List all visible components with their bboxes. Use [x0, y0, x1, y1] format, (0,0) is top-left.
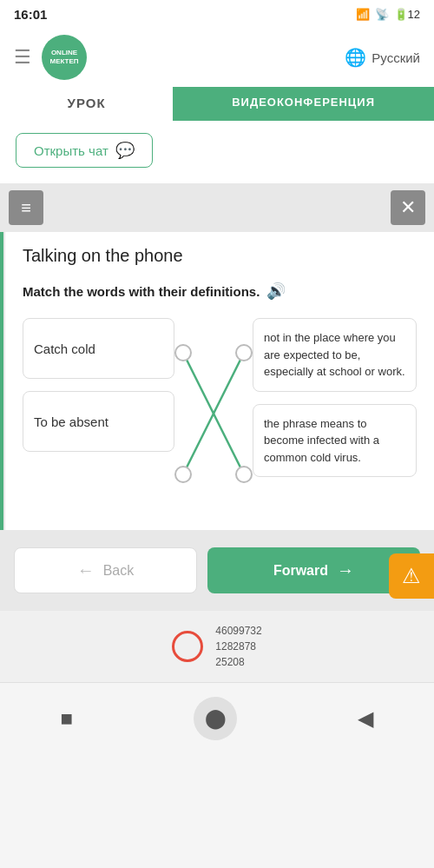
def-card-2[interactable]: the phrase means to become infected with… — [253, 404, 417, 478]
matching-area: Catch cold To be absent — [23, 318, 417, 509]
back-label: Back — [103, 563, 135, 579]
battery-icon: 🔋12 — [394, 8, 420, 21]
home-button[interactable]: ⬤ — [194, 697, 237, 740]
language-button[interactable]: 🌐 Русский — [345, 47, 420, 68]
navigation-buttons: ← Back Forward → — [0, 530, 434, 611]
connector-lines — [174, 318, 253, 509]
svg-point-4 — [236, 345, 252, 361]
connectors-column — [174, 318, 253, 509]
header: ☰ ONLINE МЕКТЕП 🌐 Русский — [0, 28, 434, 87]
chat-icon: 💬 — [115, 141, 135, 160]
sound-icon[interactable]: 🔊 — [266, 282, 286, 301]
toolbar: ≡ ✕ — [0, 183, 434, 232]
warning-icon: ⚠ — [402, 564, 421, 588]
definitions-column: not in the place where you are expected … — [253, 318, 417, 509]
globe-icon: 🌐 — [345, 47, 366, 68]
toolbar-close-button[interactable]: ✕ — [391, 190, 425, 225]
chat-section: Открыть чат 💬 — [0, 121, 434, 183]
close-icon: ✕ — [400, 196, 416, 219]
toolbar-menu-button[interactable]: ≡ — [9, 190, 43, 225]
tab-lesson[interactable]: УРОК — [0, 87, 173, 121]
home-icon: ⬤ — [205, 707, 227, 730]
lesson-title: Talking on the phone — [23, 246, 417, 266]
back-nav-icon[interactable]: ◀ — [358, 706, 373, 731]
status-bar: 16:01 📶 📡 🔋12 — [0, 0, 434, 28]
task-instruction: Match the words with their definitions. … — [23, 282, 417, 301]
footer-numbers: 46099732 1282878 25208 — [215, 623, 261, 670]
svg-point-5 — [236, 467, 252, 482]
svg-point-3 — [175, 467, 191, 482]
lesson-card: Talking on the phone Match the words wit… — [5, 232, 434, 530]
word-card-1[interactable]: Catch cold — [23, 318, 174, 379]
tabs: УРОК ВИДЕОКОНФЕРЕНЦИЯ — [0, 87, 434, 121]
toolbar-menu-icon: ≡ — [21, 198, 31, 218]
forward-label: Forward — [273, 563, 328, 579]
wifi-icon: 📡 — [375, 8, 389, 21]
words-column: Catch cold To be absent — [23, 318, 174, 509]
svg-point-2 — [175, 345, 191, 361]
warning-button[interactable]: ⚠ — [389, 553, 434, 599]
logo: ONLINE МЕКТЕП — [42, 35, 87, 80]
back-button[interactable]: ← Back — [14, 547, 197, 593]
open-chat-button[interactable]: Открыть чат 💬 — [16, 133, 153, 168]
bottom-navigation: ■ ⬤ ◀ — [0, 682, 434, 749]
footer-circle — [172, 631, 203, 662]
tab-video[interactable]: ВИДЕОКОНФЕРЕНЦИЯ — [173, 87, 434, 121]
word-card-2[interactable]: To be absent — [23, 391, 174, 452]
chat-label: Открыть чат — [34, 143, 108, 158]
hamburger-icon[interactable]: ☰ — [14, 46, 31, 69]
status-icons: 📶 📡 🔋12 — [356, 8, 420, 21]
back-arrow-icon: ← — [77, 560, 95, 580]
signal-icon: 📶 — [356, 8, 370, 21]
def-card-1[interactable]: not in the place where you are expected … — [253, 318, 417, 392]
footer-bar: 46099732 1282878 25208 — [0, 611, 434, 682]
status-time: 16:01 — [14, 7, 47, 22]
stop-icon[interactable]: ■ — [61, 706, 74, 731]
content-area: ≡ ✕ Talking on the phone Match the words… — [0, 183, 434, 682]
forward-arrow-icon: → — [337, 560, 354, 580]
lesson-card-wrapper: Talking on the phone Match the words wit… — [0, 232, 434, 530]
language-label: Русский — [372, 50, 420, 65]
